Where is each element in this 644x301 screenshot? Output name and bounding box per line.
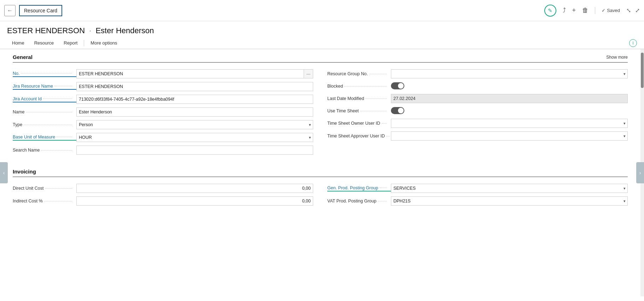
jira-resource-name-input[interactable] [76,82,313,91]
name-label: Name [13,110,76,114]
time-sheet-owner-row: Time Sheet Owner User ID [327,117,628,130]
no-ellipsis-btn[interactable]: ··· [304,69,313,78]
gen-prod-posting-row: Gen. Prod. Posting Group SERVICES [327,182,628,195]
time-sheet-approver-value[interactable] [391,131,628,141]
record-id: ESTER HENDERSON [7,26,85,35]
last-date-modified-input [391,94,628,103]
back-icon: ← [7,7,13,14]
indirect-cost-value[interactable] [76,196,313,206]
time-sheet-approver-label: Time Sheet Approver User ID [327,134,391,138]
vat-prod-posting-label: VAT Prod. Posting Group [327,199,391,203]
share-button[interactable]: ⤴ [563,7,566,14]
blocked-toggle-container[interactable] [391,82,628,90]
record-title: ESTER HENDERSON · Ester Henderson [0,21,644,37]
back-button[interactable]: ← [4,5,16,16]
expand-icons: ⤡ ⤢ [626,7,640,14]
name-input[interactable] [76,107,313,117]
resource-group-no-select[interactable] [391,69,628,78]
base-unit-label: Base Unit of Measure [13,135,76,141]
no-value[interactable]: ··· [76,69,313,78]
tab-report[interactable]: Report [59,37,82,49]
type-value[interactable]: Person Machine [76,120,313,129]
tab-resource[interactable]: Resource [29,37,59,49]
name-row: Name [13,106,313,118]
search-name-row: Search Name [13,144,313,157]
general-form: No. ··· Jira Resou [13,67,628,157]
name-value[interactable] [76,107,313,117]
jira-account-id-row: Jira Account Id [13,93,313,106]
share-icon: ⤴ [563,7,566,14]
base-unit-row: Base Unit of Measure HOUR DAY [13,131,313,144]
vat-prod-posting-select[interactable]: DPH21S [391,196,628,206]
time-sheet-owner-select[interactable] [391,119,628,128]
resource-group-no-value[interactable] [391,69,628,78]
tab-more-options[interactable]: More options [86,37,122,49]
scrollbar-thumb[interactable] [641,53,644,88]
info-icon[interactable]: i [629,39,637,47]
gen-prod-posting-label: Gen. Prod. Posting Group [327,185,391,191]
general-section-header: General Show more [13,49,628,63]
jira-account-id-label: Jira Account Id [13,96,76,102]
direct-unit-cost-row: Direct Unit Cost [13,182,313,195]
time-sheet-approver-select[interactable] [391,131,628,141]
expand-button[interactable]: ⤡ [626,7,631,14]
jira-resource-name-value[interactable] [76,82,313,91]
resource-group-no-label: Resource Group No. [327,71,391,76]
check-icon: ✓ [602,8,605,13]
no-field-row: No. ··· [13,67,313,80]
gen-prod-posting-value[interactable]: SERVICES [391,184,628,193]
indirect-cost-input[interactable] [76,196,313,206]
nav-tabs: Home Resource Report More options i [0,37,644,49]
type-select[interactable]: Person Machine [76,120,313,129]
invoicing-left-col: Direct Unit Cost Indirect Cost % [13,182,313,207]
edit-icon: ✎ [548,7,552,14]
time-sheet-owner-label: Time Sheet Owner User ID [327,121,391,126]
toolbar-icons: ✎ ⤴ + 🗑 ✓ Saved ⤡ ⤢ [544,5,640,17]
right-arrow[interactable]: › [636,162,644,183]
base-unit-value[interactable]: HOUR DAY [76,133,313,142]
delete-icon: 🗑 [582,7,589,14]
indirect-cost-row: Indirect Cost % [13,195,313,207]
nav-separator [84,40,84,46]
main-scroll[interactable]: General Show more No. [2,49,638,296]
search-name-input[interactable] [76,146,313,155]
jira-account-id-input[interactable] [76,95,313,104]
jira-resource-name-row: Jira Resource Name [13,80,313,93]
jira-account-id-value[interactable] [76,95,313,104]
delete-button[interactable]: 🗑 [582,7,589,14]
saved-text: Saved [607,8,620,13]
fullscreen-button[interactable]: ⤢ [635,7,640,14]
blocked-toggle[interactable] [391,82,404,89]
base-unit-select[interactable]: HOUR DAY [76,133,313,142]
indirect-cost-label: Indirect Cost % [13,199,76,203]
add-button[interactable]: + [572,7,576,14]
edit-button[interactable]: ✎ [544,5,556,17]
direct-unit-cost-label: Direct Unit Cost [13,186,76,191]
tab-home[interactable]: Home [7,37,29,49]
invoicing-form: Direct Unit Cost Indirect Cost % [13,182,628,207]
time-sheet-owner-value[interactable] [391,119,628,128]
gen-prod-posting-select[interactable]: SERVICES [391,184,628,193]
type-label: Type [13,122,76,127]
vat-prod-posting-value[interactable]: DPH21S [391,196,628,206]
use-time-sheet-toggle-container[interactable] [391,107,628,115]
vat-prod-posting-row: VAT Prod. Posting Group DPH21S [327,195,628,207]
use-time-sheet-label: Use Time Sheet [327,108,391,113]
no-input[interactable] [76,69,304,78]
jira-resource-name-label: Jira Resource Name [13,84,76,90]
resource-card-label: Resource Card [19,5,62,16]
blocked-row: Blocked [327,80,628,92]
record-name: Ester Henderson [95,26,154,35]
toolbar-separator [595,7,595,14]
invoicing-right-col: Gen. Prod. Posting Group SERVICES [327,182,628,207]
add-icon: + [572,7,576,14]
general-right-col: Resource Group No. [327,67,628,157]
search-name-value[interactable] [76,146,313,155]
show-more-button[interactable]: Show more [606,55,628,60]
left-arrow[interactable]: ‹ [0,162,8,183]
last-date-modified-label: Last Date Modified [327,96,391,101]
no-label: No. [13,71,76,77]
use-time-sheet-toggle[interactable] [391,107,404,114]
direct-unit-cost-input[interactable] [76,184,313,193]
direct-unit-cost-value[interactable] [76,184,313,193]
